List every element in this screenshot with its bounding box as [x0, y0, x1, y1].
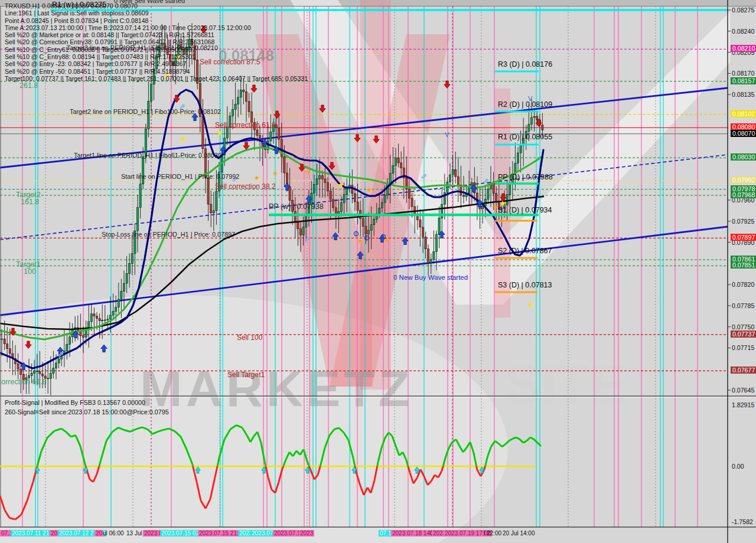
signal-info-line: Target100: 0.07737 || Target 161: 0.0748… — [5, 75, 308, 82]
candle-body — [302, 227, 304, 235]
candle-body — [9, 349, 11, 354]
watermark-text-right: SITE — [505, 355, 625, 415]
level-label-r1d: R1 (D) | 0.08055 — [498, 133, 552, 142]
candle-body — [118, 299, 119, 307]
candle-body — [330, 191, 331, 199]
candle-body — [107, 319, 109, 320]
time-axis[interactable]: 07.112023.07.11 21:00202023.07.12 21:002… — [0, 529, 728, 543]
candle-body — [384, 195, 386, 202]
candle-body — [55, 363, 57, 368]
candle-body — [6, 344, 8, 348]
wave-note-top: 0 New Sell Wave started — [114, 0, 185, 4]
candle-body — [93, 314, 95, 316]
candle-body — [4, 339, 5, 344]
level-label-r2d: R2 (D) | 0.08109 — [498, 101, 552, 109]
candle-body — [462, 195, 464, 197]
hollow-arrow-icon: ⇗ — [57, 350, 64, 359]
sell-correction-618-label: Sell correction 61.8 — [215, 122, 276, 129]
signal-info-line: Time A:2023.07.13 21:00:00 | Time B:2023… — [5, 24, 308, 31]
candle-body — [367, 230, 369, 234]
candle-body — [381, 202, 383, 208]
star-yellow-icon: ★ — [337, 181, 344, 189]
level-label-r1w: R1 (w) | 0.08275 — [52, 1, 106, 9]
candle-body — [131, 254, 133, 264]
candle-body — [139, 184, 141, 208]
star-orange-icon: ★ — [384, 236, 390, 243]
candle-body — [102, 320, 103, 321]
sell-100-label: Sell 100 — [237, 334, 262, 342]
level-label-s1d: S1 (D) | 0.07934 — [498, 207, 552, 215]
price-level-badge: 0.07677 — [731, 367, 756, 374]
candle-body — [392, 166, 394, 174]
indicator-signal-text: 260-Signal=Sell since:2023.07.18 15:00:0… — [5, 408, 169, 416]
candle-body — [379, 208, 380, 213]
chart-info-overlay: TRXUSD,H1 0.08080 0.08080 0.08070 0.0807… — [5, 2, 308, 82]
candle-body — [411, 198, 413, 207]
candle-body — [82, 336, 84, 338]
fibo-261-label: 261.8 — [19, 82, 38, 90]
price-tick: 0.08275 — [732, 6, 754, 14]
fibo-161-label: 161.8 — [21, 198, 39, 207]
candle-body — [109, 315, 111, 319]
star-yellow-icon: ★ — [527, 300, 535, 309]
indicator-scale-tick: 1.82915 — [732, 401, 754, 408]
candle-body — [351, 185, 353, 194]
candle-body — [80, 332, 82, 336]
star-yellow-icon: ★ — [216, 129, 223, 138]
candle-body — [365, 226, 367, 234]
candle-body — [120, 292, 122, 299]
candle-body — [213, 211, 214, 213]
candle-body — [297, 223, 299, 229]
candle-body — [425, 237, 426, 248]
stoploss-line-label: Stop-Loss line on PERIOD_H1 | Price: 0.0… — [102, 231, 235, 238]
candle-body — [455, 169, 457, 176]
star-orange-icon: ★ — [357, 237, 363, 244]
candle-body — [289, 187, 291, 201]
candle-body — [433, 251, 435, 259]
candle-body — [370, 225, 372, 230]
star-orange-icon: ★ — [254, 174, 260, 181]
candle-body — [447, 182, 448, 193]
level-label-r3d: R3 (D) | 0.08176 — [498, 61, 552, 69]
signal-info-line: Line:1961 | Last Signal is:Sell with sto… — [5, 9, 308, 17]
price-axis[interactable]: 0.082750.082400.082050.081700.081350.079… — [728, 0, 756, 543]
price-level-badge: 0.07992 — [731, 176, 756, 184]
candle-body — [435, 234, 437, 251]
price-tick: 0.07925 — [732, 218, 754, 225]
oscillator-line — [282, 466, 284, 469]
price-tick: 0.08135 — [732, 91, 754, 98]
candle-body — [509, 184, 511, 195]
indicator-title: Profit-Signal | Modified By FSB3 0.13567… — [5, 399, 145, 406]
candle-body — [333, 199, 334, 208]
time-axis-label: 20 — [50, 530, 58, 537]
candle-body — [357, 202, 359, 210]
candle-body — [542, 125, 543, 130]
time-axis-label: 2023 — [299, 530, 314, 537]
start-line-label: Start line on PERIOD_H1 | Price: 0.07992 — [121, 174, 239, 181]
candle-body — [449, 175, 451, 182]
time-axis-label: l 22:00 — [483, 530, 503, 537]
candle-body — [400, 163, 402, 168]
candle-body — [58, 359, 60, 363]
candle-body — [256, 130, 258, 135]
candle-body — [123, 283, 125, 291]
candle-body — [270, 132, 272, 140]
fibo-line-label-target1: Target1 line on PERIOD_H1 | Fibo61-Price… — [74, 152, 221, 159]
candle-body — [126, 273, 128, 283]
candle-body — [428, 249, 429, 263]
candle-body — [34, 371, 35, 374]
candle-body — [243, 90, 245, 92]
time-axis-label: 20 Jul 14:00 — [501, 530, 536, 537]
ghost-price-label: 0.08148 — [219, 47, 274, 64]
weekly-pivot-label: PP (w) | 0.07938 — [269, 203, 324, 211]
hollow-arrow-icon: ⇗ — [483, 176, 489, 185]
price-level-badge: 0.08157 — [731, 77, 756, 84]
oscillator-line — [484, 466, 485, 469]
candle-body — [408, 189, 410, 198]
oscillator-line — [513, 437, 516, 439]
price-tick: 0.07785 — [732, 302, 754, 309]
star-orange-icon: ★ — [492, 204, 498, 211]
oscillator-line — [477, 466, 477, 470]
star-orange-icon: ★ — [272, 169, 278, 176]
candle-body — [53, 368, 54, 374]
